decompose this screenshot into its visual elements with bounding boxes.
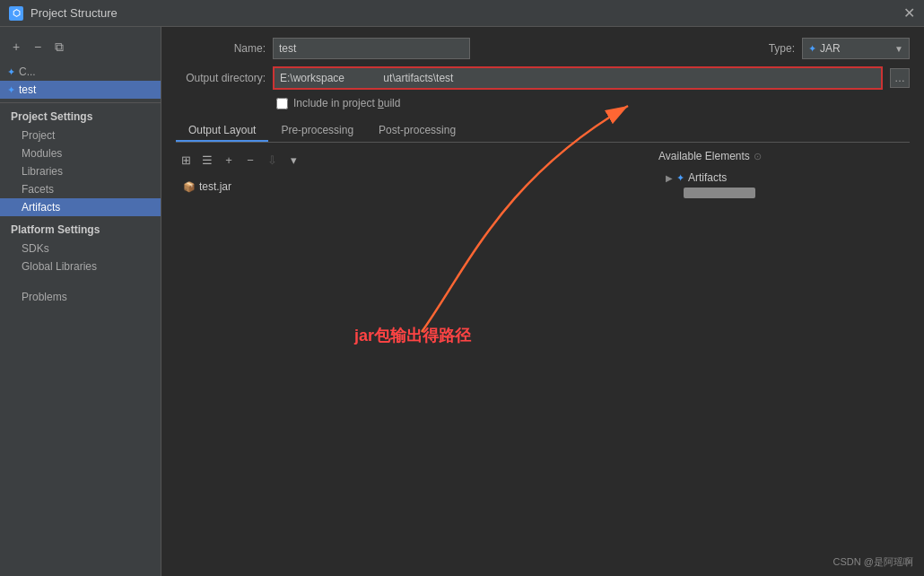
sidebar-item-project[interactable]: Project — [0, 127, 161, 144]
output-dir-input[interactable] — [273, 66, 883, 90]
artifact-item-test[interactable]: ✦ test — [0, 81, 161, 99]
tabs-row: Output Layout Pre-processing Post-proces… — [176, 120, 910, 143]
output-tree: 📦 test.jar — [176, 175, 651, 198]
artifact-item-label: C... — [19, 65, 36, 78]
platform-settings-title: Platform Settings — [0, 220, 161, 238]
help-icon[interactable]: ⊙ — [754, 151, 762, 162]
sidebar-item-libraries[interactable]: Libraries — [0, 162, 161, 180]
add-button[interactable]: + — [7, 38, 25, 56]
available-artifacts-item[interactable]: ▶ ✦ Artifacts — [658, 170, 910, 186]
dropdown-arrow-icon: ▼ — [894, 44, 903, 54]
artifact-item-test-label: test — [19, 83, 36, 96]
output-toolbar-btn-remove[interactable]: − — [240, 150, 260, 170]
expand-arrow-icon: ▶ — [666, 173, 673, 183]
type-label: Type: — [769, 42, 795, 55]
browse-button[interactable]: … — [890, 68, 910, 88]
include-project-checkbox[interactable] — [276, 98, 288, 109]
sidebar-item-sdks[interactable]: SDKs — [0, 240, 161, 257]
output-toolbar-btn-2[interactable]: ☰ — [197, 150, 217, 170]
project-settings-items: Project Modules Libraries Facets Artifac… — [0, 127, 161, 216]
include-project-row: Include in project build — [276, 97, 910, 109]
name-input[interactable] — [273, 38, 470, 59]
type-section: Type: ✦ JAR ▼ — [769, 38, 910, 59]
type-jar-icon: ✦ — [808, 43, 816, 55]
name-type-row: Name: Type: ✦ JAR ▼ — [176, 38, 910, 59]
output-toolbar-btn-add[interactable]: + — [219, 150, 239, 170]
title-bar: ⬡ Project Structure ✕ — [0, 0, 924, 27]
sidebar-item-artifacts[interactable]: Artifacts — [0, 198, 161, 216]
output-tree-item-jar[interactable]: 📦 test.jar — [176, 179, 651, 195]
sidebar-item-global-libraries[interactable]: Global Libraries — [0, 257, 161, 275]
available-panel: Available Elements ⊙ ▶ ✦ Artifacts — [658, 150, 910, 561]
tab-post-processing[interactable]: Post-processing — [366, 120, 468, 142]
output-toolbar-btn-more[interactable]: ▾ — [283, 150, 303, 170]
duplicate-button[interactable]: ⧉ — [50, 38, 68, 56]
remove-button[interactable]: − — [29, 38, 47, 56]
sidebar-toolbar: + − ⧉ — [0, 34, 161, 59]
sidebar-item-facets[interactable]: Facets — [0, 180, 161, 198]
lower-area: ⊞ ☰ + − ⇩ ▾ 📦 test.jar Ava — [176, 150, 910, 561]
available-sub-item-1[interactable] — [658, 186, 910, 200]
available-artifacts-label: Artifacts — [688, 171, 727, 184]
app-icon: ⬡ — [9, 6, 23, 21]
output-dir-label: Output directory: — [176, 72, 266, 84]
platform-settings-items: SDKs Global Libraries — [0, 240, 161, 275]
output-toolbar-btn-1[interactable]: ⊞ — [176, 150, 196, 170]
output-toolbar: ⊞ ☰ + − ⇩ ▾ — [176, 150, 651, 170]
output-tree-jar-label: test.jar — [199, 180, 231, 193]
watermark: CSDN @是阿瑶啊 — [833, 555, 913, 569]
sidebar-item-modules[interactable]: Modules — [0, 144, 161, 162]
title-bar-left: ⬡ Project Structure — [9, 6, 118, 21]
window-title: Project Structure — [31, 6, 118, 20]
sidebar-item-problems[interactable]: Problems — [22, 288, 150, 306]
blurred-item — [684, 188, 755, 198]
artifact-icon-test: ✦ — [7, 84, 15, 96]
sidebar: + − ⧉ ✦ C... ✦ test Project Settings Pro… — [0, 27, 161, 576]
type-select[interactable]: ✦ JAR ▼ — [802, 38, 910, 59]
content-area: Name: Type: ✦ JAR ▼ Output directory: … … — [161, 27, 924, 576]
close-button[interactable]: ✕ — [903, 4, 915, 22]
output-dir-row: Output directory: … — [176, 66, 910, 90]
type-value: JAR — [820, 42, 891, 55]
problems-section: Problems — [0, 283, 161, 311]
available-elements-label: Available Elements — [658, 150, 750, 162]
artifacts-folder-icon: ✦ — [676, 172, 684, 184]
tab-pre-processing[interactable]: Pre-processing — [268, 120, 366, 142]
tab-output-layout[interactable]: Output Layout — [176, 120, 268, 142]
artifact-icon: ✦ — [7, 66, 15, 78]
available-tree: ▶ ✦ Artifacts — [658, 168, 910, 202]
artifact-item-c[interactable]: ✦ C... — [0, 63, 161, 81]
jar-icon: 📦 — [183, 181, 196, 193]
output-toolbar-btn-down[interactable]: ⇩ — [262, 150, 282, 170]
main-layout: + − ⧉ ✦ C... ✦ test Project Settings Pro… — [0, 27, 924, 576]
name-label: Name: — [176, 42, 266, 55]
available-title-row: Available Elements ⊙ — [658, 150, 910, 162]
include-project-label: Include in project build — [293, 97, 400, 109]
output-panel: ⊞ ☰ + − ⇩ ▾ 📦 test.jar — [176, 150, 651, 561]
project-settings-title: Project Settings — [0, 107, 161, 125]
